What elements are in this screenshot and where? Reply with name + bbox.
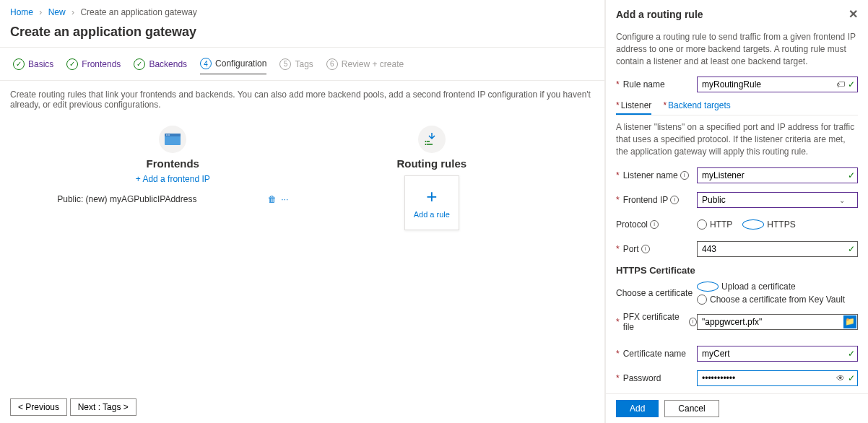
rule-name-label: Rule name	[623, 79, 665, 90]
pfx-file-input[interactable]	[697, 314, 858, 330]
protocol-http-radio[interactable]: HTTP	[697, 219, 732, 230]
port-input[interactable]	[697, 241, 858, 257]
svg-point-3	[168, 134, 170, 136]
folder-icon[interactable]: 📁	[843, 315, 856, 328]
tab-backends[interactable]: ✓Backends	[134, 58, 187, 74]
tab-basics[interactable]: ✓Basics	[13, 58, 53, 74]
pfx-file-label: PFX certificate file	[623, 312, 687, 332]
check-icon: ✓	[848, 244, 855, 254]
info-icon[interactable]: i	[650, 220, 659, 229]
subtab-listener[interactable]: *Listener	[616, 100, 651, 115]
subtab-backend-targets[interactable]: *Backend targets	[663, 100, 730, 115]
choose-cert-label: Choose a certificate	[616, 288, 693, 298]
more-icon[interactable]: ···	[281, 194, 288, 204]
info-icon[interactable]: i	[689, 318, 697, 326]
keyvault-cert-radio[interactable]: Choose a certificate from Key Vault	[697, 295, 858, 305]
panel-intro: Configure a routing rule to send traffic…	[616, 31, 858, 67]
panel-title: Add a routing rule	[616, 9, 703, 20]
protocol-https-radio[interactable]: HTTPS	[742, 219, 795, 230]
tab-description: Create routing rules that link your fron…	[0, 81, 604, 118]
svg-point-4	[425, 141, 426, 142]
tab-tags[interactable]: 5Tags	[279, 58, 313, 74]
port-label: Port	[623, 244, 639, 254]
check-icon: ✓	[848, 79, 855, 90]
previous-button[interactable]: < Previous	[10, 398, 67, 416]
breadcrumb: Home › New › Create an application gatew…	[0, 0, 604, 22]
breadcrumb-home[interactable]: Home	[10, 7, 33, 17]
wizard-footer: < Previous Next : Tags >	[10, 398, 136, 416]
add-frontend-link[interactable]: + Add a frontend IP	[50, 174, 295, 184]
protocol-label: Protocol	[616, 219, 648, 230]
tab-review[interactable]: 6Review + create	[326, 58, 404, 74]
cert-name-input[interactable]	[697, 346, 858, 362]
password-label: Password	[623, 373, 661, 383]
upload-cert-radio[interactable]: Upload a certificate	[697, 282, 858, 292]
frontend-ip-select[interactable]: Public	[697, 192, 858, 208]
check-icon: ✓	[848, 349, 855, 359]
check-icon: ✓	[848, 170, 855, 180]
listener-name-input[interactable]	[697, 167, 858, 183]
cancel-button[interactable]: Cancel	[664, 400, 719, 417]
panel-subtabs: *Listener *Backend targets	[616, 100, 858, 115]
plus-icon: +	[426, 187, 437, 206]
routing-rules-icon	[418, 126, 446, 153]
close-icon[interactable]: ✕	[849, 7, 858, 21]
breadcrumb-new[interactable]: New	[48, 7, 66, 17]
https-certificate-heading: HTTPS Certificate	[616, 265, 858, 276]
add-rule-label: Add a rule	[414, 210, 450, 219]
svg-point-2	[166, 134, 168, 136]
eye-icon[interactable]: 👁	[836, 373, 845, 383]
frontends-icon	[159, 126, 186, 153]
info-icon[interactable]: i	[680, 171, 689, 180]
tab-frontends[interactable]: ✓Frontends	[66, 58, 121, 74]
rule-name-input[interactable]	[697, 77, 858, 92]
routing-rules-heading: Routing rules	[309, 157, 555, 170]
listener-name-label: Listener name	[623, 170, 678, 180]
password-input[interactable]	[697, 370, 858, 386]
cert-name-label: Certificate name	[623, 349, 686, 359]
wizard-tabs: ✓Basics ✓Frontends ✓Backends 4Configurat…	[0, 48, 604, 81]
check-icon: ✓	[848, 373, 855, 383]
listener-intro: A listener "listens" on a specified port…	[616, 121, 858, 157]
breadcrumb-current: Create an application gateway	[80, 7, 196, 17]
next-button[interactable]: Next : Tags >	[70, 398, 136, 416]
info-icon[interactable]: i	[641, 245, 650, 253]
frontend-ip-label: Frontend IP	[623, 195, 669, 205]
frontends-column: Frontends + Add a frontend IP Public: (n…	[50, 126, 295, 230]
frontend-item: Public: (new) myAGPublicIPAddress 🗑 ···	[57, 194, 288, 204]
svg-point-5	[425, 144, 426, 145]
key-icon: 🏷	[836, 79, 845, 90]
add-routing-rule-panel: Add a routing rule ✕ Configure a routing…	[605, 0, 868, 423]
page-title: Create an application gateway	[0, 22, 604, 48]
routing-rules-column: Routing rules + Add a rule	[309, 126, 555, 230]
main-area: Home › New › Create an application gatew…	[0, 0, 605, 423]
frontend-item-label: Public: (new) myAGPublicIPAddress	[57, 194, 196, 204]
frontends-heading: Frontends	[50, 157, 295, 170]
tab-configuration[interactable]: 4Configuration	[200, 58, 266, 74]
info-icon[interactable]: i	[670, 196, 679, 204]
add-rule-card[interactable]: + Add a rule	[404, 175, 459, 230]
delete-icon[interactable]: 🗑	[268, 194, 277, 204]
add-button[interactable]: Add	[616, 400, 659, 417]
